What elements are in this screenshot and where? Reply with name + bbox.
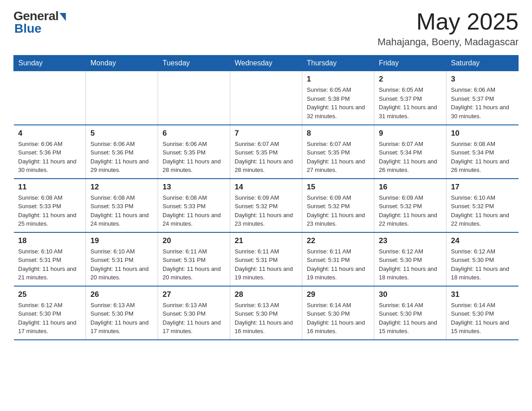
day-info: Sunrise: 6:09 AM Sunset: 5:32 PM Dayligh… — [307, 193, 369, 228]
day-info: Sunrise: 6:13 AM Sunset: 5:30 PM Dayligh… — [90, 301, 153, 336]
day-number: 24 — [451, 236, 514, 245]
day-info: Sunrise: 6:05 AM Sunset: 5:38 PM Dayligh… — [307, 86, 369, 120]
calendar-cell: 7Sunrise: 6:07 AM Sunset: 5:35 PM Daylig… — [230, 125, 302, 179]
day-number: 30 — [379, 290, 442, 299]
day-info: Sunrise: 6:08 AM Sunset: 5:33 PM Dayligh… — [18, 193, 82, 228]
calendar-cell — [230, 71, 302, 125]
day-number: 17 — [451, 183, 514, 192]
calendar-cell: 17Sunrise: 6:10 AM Sunset: 5:32 PM Dayli… — [446, 179, 519, 232]
calendar-cell: 21Sunrise: 6:11 AM Sunset: 5:31 PM Dayli… — [230, 232, 302, 286]
day-number: 29 — [307, 290, 369, 299]
day-number: 15 — [307, 183, 369, 192]
day-info: Sunrise: 6:14 AM Sunset: 5:30 PM Dayligh… — [307, 301, 369, 336]
calendar-cell: 20Sunrise: 6:11 AM Sunset: 5:31 PM Dayli… — [158, 232, 230, 286]
day-info: Sunrise: 6:12 AM Sunset: 5:30 PM Dayligh… — [379, 247, 442, 282]
calendar-cell: 2Sunrise: 6:05 AM Sunset: 5:37 PM Daylig… — [374, 71, 446, 125]
day-info: Sunrise: 6:14 AM Sunset: 5:30 PM Dayligh… — [379, 301, 442, 336]
day-info: Sunrise: 6:08 AM Sunset: 5:34 PM Dayligh… — [451, 140, 514, 175]
day-number: 21 — [235, 236, 297, 245]
day-info: Sunrise: 6:10 AM Sunset: 5:31 PM Dayligh… — [18, 247, 82, 282]
day-info: Sunrise: 6:06 AM Sunset: 5:36 PM Dayligh… — [18, 140, 82, 175]
logo-blue-text: Blue — [14, 21, 42, 36]
day-number: 25 — [18, 290, 82, 299]
day-info: Sunrise: 6:13 AM Sunset: 5:30 PM Dayligh… — [163, 301, 225, 336]
day-info: Sunrise: 6:11 AM Sunset: 5:31 PM Dayligh… — [235, 247, 297, 282]
calendar-cell: 5Sunrise: 6:06 AM Sunset: 5:36 PM Daylig… — [86, 125, 158, 179]
weekday-header-sunday: Sunday — [14, 56, 86, 71]
day-number: 9 — [379, 129, 442, 138]
day-number: 8 — [307, 129, 369, 138]
calendar-cell: 13Sunrise: 6:08 AM Sunset: 5:33 PM Dayli… — [158, 179, 230, 232]
calendar-cell: 15Sunrise: 6:09 AM Sunset: 5:32 PM Dayli… — [302, 179, 374, 232]
month-title: May 2025 — [378, 9, 519, 34]
day-info: Sunrise: 6:09 AM Sunset: 5:32 PM Dayligh… — [235, 193, 297, 228]
day-info: Sunrise: 6:10 AM Sunset: 5:32 PM Dayligh… — [451, 193, 514, 228]
day-number: 27 — [163, 290, 225, 299]
calendar-cell: 4Sunrise: 6:06 AM Sunset: 5:36 PM Daylig… — [14, 125, 86, 179]
day-info: Sunrise: 6:08 AM Sunset: 5:33 PM Dayligh… — [90, 193, 153, 228]
day-info: Sunrise: 6:07 AM Sunset: 5:35 PM Dayligh… — [307, 140, 369, 175]
calendar-cell: 14Sunrise: 6:09 AM Sunset: 5:32 PM Dayli… — [230, 179, 302, 232]
calendar-week-row: 25Sunrise: 6:12 AM Sunset: 5:30 PM Dayli… — [14, 286, 519, 340]
calendar-cell: 16Sunrise: 6:09 AM Sunset: 5:32 PM Dayli… — [374, 179, 446, 232]
day-number: 19 — [90, 236, 153, 245]
day-number: 10 — [451, 129, 514, 138]
day-number: 14 — [235, 183, 297, 192]
calendar-cell: 10Sunrise: 6:08 AM Sunset: 5:34 PM Dayli… — [446, 125, 519, 179]
calendar-cell: 6Sunrise: 6:06 AM Sunset: 5:35 PM Daylig… — [158, 125, 230, 179]
calendar-cell: 22Sunrise: 6:11 AM Sunset: 5:31 PM Dayli… — [302, 232, 374, 286]
day-info: Sunrise: 6:06 AM Sunset: 5:36 PM Dayligh… — [90, 140, 153, 175]
calendar-cell: 11Sunrise: 6:08 AM Sunset: 5:33 PM Dayli… — [14, 179, 86, 232]
page-header: General Blue May 2025 Mahajanga, Boeny, … — [13, 9, 519, 48]
day-number: 20 — [163, 236, 225, 245]
day-info: Sunrise: 6:06 AM Sunset: 5:35 PM Dayligh… — [163, 140, 225, 175]
calendar-cell: 18Sunrise: 6:10 AM Sunset: 5:31 PM Dayli… — [14, 232, 86, 286]
weekday-header-saturday: Saturday — [446, 56, 519, 71]
day-number: 6 — [163, 129, 225, 138]
weekday-header-tuesday: Tuesday — [158, 56, 230, 71]
calendar-cell: 31Sunrise: 6:14 AM Sunset: 5:30 PM Dayli… — [446, 286, 519, 340]
day-number: 22 — [307, 236, 369, 245]
calendar-cell: 1Sunrise: 6:05 AM Sunset: 5:38 PM Daylig… — [302, 71, 374, 125]
calendar-cell: 23Sunrise: 6:12 AM Sunset: 5:30 PM Dayli… — [374, 232, 446, 286]
calendar-cell: 12Sunrise: 6:08 AM Sunset: 5:33 PM Dayli… — [86, 179, 158, 232]
day-info: Sunrise: 6:05 AM Sunset: 5:37 PM Dayligh… — [379, 86, 442, 120]
day-info: Sunrise: 6:14 AM Sunset: 5:30 PM Dayligh… — [451, 301, 514, 336]
weekday-header-wednesday: Wednesday — [230, 56, 302, 71]
calendar-cell: 26Sunrise: 6:13 AM Sunset: 5:30 PM Dayli… — [86, 286, 158, 340]
day-number: 13 — [163, 183, 225, 192]
calendar-cell: 24Sunrise: 6:12 AM Sunset: 5:30 PM Dayli… — [446, 232, 519, 286]
weekday-header-row: SundayMondayTuesdayWednesdayThursdayFrid… — [14, 56, 519, 71]
day-number: 5 — [90, 129, 153, 138]
day-number: 2 — [379, 75, 442, 84]
day-number: 1 — [307, 75, 369, 84]
day-number: 23 — [379, 236, 442, 245]
calendar-week-row: 1Sunrise: 6:05 AM Sunset: 5:38 PM Daylig… — [14, 71, 519, 125]
calendar-week-row: 4Sunrise: 6:06 AM Sunset: 5:36 PM Daylig… — [14, 125, 519, 179]
calendar-table: SundayMondayTuesdayWednesdayThursdayFrid… — [13, 55, 519, 340]
day-info: Sunrise: 6:13 AM Sunset: 5:30 PM Dayligh… — [235, 301, 297, 336]
calendar-cell: 3Sunrise: 6:06 AM Sunset: 5:37 PM Daylig… — [446, 71, 519, 125]
calendar-cell: 29Sunrise: 6:14 AM Sunset: 5:30 PM Dayli… — [302, 286, 374, 340]
day-number: 11 — [18, 183, 82, 192]
logo-arrow-icon — [60, 13, 66, 21]
calendar-cell: 25Sunrise: 6:12 AM Sunset: 5:30 PM Dayli… — [14, 286, 86, 340]
day-info: Sunrise: 6:11 AM Sunset: 5:31 PM Dayligh… — [163, 247, 225, 282]
calendar-cell: 9Sunrise: 6:07 AM Sunset: 5:34 PM Daylig… — [374, 125, 446, 179]
day-number: 26 — [90, 290, 153, 299]
calendar-cell — [86, 71, 158, 125]
day-info: Sunrise: 6:08 AM Sunset: 5:33 PM Dayligh… — [163, 193, 225, 228]
day-number: 3 — [451, 75, 514, 84]
day-info: Sunrise: 6:09 AM Sunset: 5:32 PM Dayligh… — [379, 193, 442, 228]
calendar-cell — [14, 71, 86, 125]
calendar-week-row: 18Sunrise: 6:10 AM Sunset: 5:31 PM Dayli… — [14, 232, 519, 286]
calendar-cell — [158, 71, 230, 125]
weekday-header-thursday: Thursday — [302, 56, 374, 71]
logo: General Blue — [13, 9, 66, 36]
day-number: 16 — [379, 183, 442, 192]
day-info: Sunrise: 6:12 AM Sunset: 5:30 PM Dayligh… — [18, 301, 82, 336]
weekday-header-monday: Monday — [86, 56, 158, 71]
day-info: Sunrise: 6:07 AM Sunset: 5:35 PM Dayligh… — [235, 140, 297, 175]
calendar-week-row: 11Sunrise: 6:08 AM Sunset: 5:33 PM Dayli… — [14, 179, 519, 232]
day-info: Sunrise: 6:11 AM Sunset: 5:31 PM Dayligh… — [307, 247, 369, 282]
